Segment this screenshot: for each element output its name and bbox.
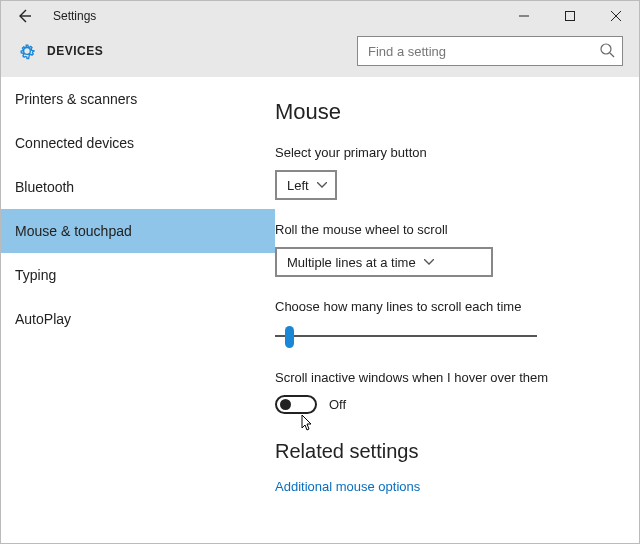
header: DEVICES [1,31,639,77]
settings-window: Settings DEVICES Printers & scanner [0,0,640,544]
sidebar-item-connected-devices[interactable]: Connected devices [1,121,275,165]
additional-mouse-options-link[interactable]: Additional mouse options [275,479,619,494]
chevron-down-icon [424,259,434,265]
titlebar: Settings [1,1,639,31]
search-icon [599,42,615,58]
back-arrow-icon [16,8,32,24]
back-button[interactable] [1,1,47,31]
slider-thumb[interactable] [285,326,294,348]
sidebar-item-label: AutoPlay [15,311,71,327]
slider-track [275,335,537,337]
lines-group: Choose how many lines to scroll each tim… [275,299,619,348]
window-controls [501,1,639,31]
sidebar-item-label: Printers & scanners [15,91,137,107]
lines-slider[interactable] [275,324,537,348]
maximize-button[interactable] [547,1,593,31]
select-value: Multiple lines at a time [287,255,416,270]
sidebar-item-printers[interactable]: Printers & scanners [1,77,275,121]
lines-label: Choose how many lines to scroll each tim… [275,299,619,314]
body: Printers & scanners Connected devices Bl… [1,77,639,543]
sidebar: Printers & scanners Connected devices Bl… [1,77,275,543]
wheel-label: Roll the mouse wheel to scroll [275,222,619,237]
inactive-label: Scroll inactive windows when I hover ove… [275,370,619,385]
minimize-button[interactable] [501,1,547,31]
section-title: DEVICES [47,44,103,58]
close-button[interactable] [593,1,639,31]
related-heading: Related settings [275,440,619,463]
primary-button-group: Select your primary button Left [275,145,619,200]
window-title: Settings [53,9,96,23]
svg-point-1 [601,44,611,54]
sidebar-item-label: Mouse & touchpad [15,223,132,239]
minimize-icon [519,11,529,21]
close-icon [611,11,621,21]
sidebar-item-mouse-touchpad[interactable]: Mouse & touchpad [1,209,275,253]
search-input[interactable] [357,36,623,66]
sidebar-item-autoplay[interactable]: AutoPlay [1,297,275,341]
toggle-knob [280,399,291,410]
page-title: Mouse [275,99,619,125]
sidebar-item-label: Typing [15,267,56,283]
sidebar-item-label: Connected devices [15,135,134,151]
sidebar-item-label: Bluetooth [15,179,74,195]
maximize-icon [565,11,575,21]
inactive-toggle[interactable] [275,395,317,414]
sidebar-item-bluetooth[interactable]: Bluetooth [1,165,275,209]
inactive-group: Scroll inactive windows when I hover ove… [275,370,619,414]
wheel-group: Roll the mouse wheel to scroll Multiple … [275,222,619,277]
toggle-state: Off [329,397,346,412]
search-wrap [357,36,623,66]
wheel-select[interactable]: Multiple lines at a time [275,247,493,277]
select-value: Left [287,178,309,193]
toggle-row: Off [275,395,619,414]
chevron-down-icon [317,182,327,188]
main-content: Mouse Select your primary button Left Ro… [275,77,639,543]
cursor-icon [301,414,315,432]
svg-rect-0 [566,12,575,21]
primary-button-select[interactable]: Left [275,170,337,200]
primary-button-label: Select your primary button [275,145,619,160]
sidebar-item-typing[interactable]: Typing [1,253,275,297]
gear-icon [17,41,37,61]
